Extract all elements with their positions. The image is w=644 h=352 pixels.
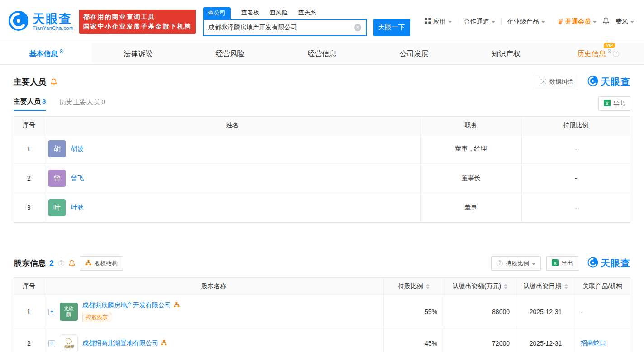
shareholders-table: 序号 股东名称 持股比例 认缴出资额(万元) 认缴出资日期 关联产品/机构 1 — [14, 277, 630, 352]
tab-operating-risk[interactable]: 经营风险 — [184, 43, 276, 64]
divider — [501, 19, 502, 25]
shareholder-name-link[interactable]: 成都兆欣麟房地产开发有限公司 — [82, 301, 171, 309]
search-tabs: 查公司 查老板 查风险 查关系 — [203, 7, 410, 19]
edit-document-icon — [540, 78, 547, 86]
tianyancha-watermark: 天眼查 — [587, 76, 630, 88]
member-position: 董事 — [420, 193, 521, 222]
member-name-link[interactable]: 曾飞 — [71, 174, 84, 182]
member-name-link[interactable]: 胡波 — [71, 145, 84, 153]
search-tab-risk[interactable]: 查风险 — [270, 9, 288, 19]
nav-open-vip[interactable]: 开通会员 — [557, 18, 597, 26]
promo-banner: 都在用的商业查询工具 国家中小企业发展子基金旗下机构 — [79, 10, 196, 34]
section-title-shareholders: 股东信息 — [14, 258, 46, 269]
export-button[interactable]: X 导出 — [546, 256, 578, 271]
tab-legal[interactable]: 法律诉讼 — [92, 43, 184, 64]
members-table-header: 序号 姓名 职务 持股比例 — [14, 117, 630, 134]
table-row: 1 兆欣 麟 成都兆欣麟房地产开发有限公司 控股 — [14, 295, 630, 328]
row-no: 1 — [14, 295, 44, 328]
search-input[interactable] — [208, 24, 354, 31]
tianyancha-logo[interactable]: 天眼查 TianYanCha.com — [8, 10, 74, 33]
tianyancha-swirl-icon — [8, 10, 29, 33]
col-header-shareholder-name: 股东名称 — [44, 278, 383, 295]
member-position: 董事，经理 — [420, 134, 521, 163]
tab-operating-info[interactable]: 经营信息 — [276, 43, 368, 64]
promo-banner-line1: 都在用的商业查询工具 — [83, 12, 192, 22]
row-no: 3 — [14, 193, 44, 222]
member-name-link[interactable]: 叶耿 — [71, 204, 84, 212]
table-row: 1 胡 胡波 董事，经理 - — [14, 134, 630, 164]
row-no: 2 — [14, 164, 44, 193]
equity-structure-button[interactable]: 股权结构 — [80, 256, 123, 271]
avatar: 曾 — [48, 170, 66, 187]
main-content: 主要人员 数据纠错 天眼查 — [0, 75, 644, 352]
member-ratio: - — [521, 134, 630, 163]
tab-basic-info[interactable]: 基本信息8 — [0, 43, 92, 64]
promo-banner-line2: 国家中小企业发展子基金旗下机构 — [83, 22, 192, 31]
shareholders-table-header: 序号 股东名称 持股比例 认缴出资额(万元) 认缴出资日期 关联产品/机构 — [14, 278, 630, 295]
shareholders-count: 2 — [49, 259, 54, 268]
controlling-shareholder-tag: 控股股东 — [82, 313, 111, 322]
tab-intellectual-property[interactable]: 知识产权 — [460, 43, 552, 64]
subscribed-amount: 72000 — [444, 328, 516, 352]
member-ratio: - — [521, 164, 630, 193]
shareholders-section: 股东信息 2 股权结构 持股比例 X — [14, 256, 630, 352]
nav-enterprise-products[interactable]: 企业级产品 — [507, 18, 545, 26]
tab-history-info[interactable]: 历史信息 VIP 3 — [552, 43, 644, 64]
subscribe-bell-icon[interactable] — [50, 78, 57, 86]
member-ratio: - — [521, 193, 630, 222]
col-header-amount-sort[interactable]: 认缴出资额(万元) — [444, 278, 516, 295]
tianyancha-swirl-icon — [587, 76, 598, 88]
svg-text:X: X — [606, 101, 608, 106]
sort-icon — [564, 284, 568, 289]
tab-company-development[interactable]: 公司发展 — [368, 43, 460, 64]
equity-structure-mini-icon[interactable] — [174, 302, 180, 309]
brand-domain: TianYanCha.com — [33, 25, 74, 31]
export-button[interactable]: X 导出 — [598, 96, 630, 111]
subscribed-date: 2025-12-31 — [516, 295, 575, 328]
equity-structure-mini-icon[interactable] — [161, 340, 167, 347]
col-header-name: 姓名 — [44, 117, 420, 134]
table-row: 2 招商局 成都招商北湖置地有限公司 45% 72000 — [14, 328, 630, 352]
col-header-date-sort[interactable]: 认缴出资日期 — [516, 278, 575, 295]
svg-text:X: X — [554, 261, 556, 266]
nav-cooperation[interactable]: 合作通道 — [464, 18, 495, 26]
data-correction-button[interactable]: 数据纠错 — [535, 75, 578, 89]
col-header-ratio-sort[interactable]: 持股比例 — [383, 278, 444, 295]
row-no: 1 — [14, 134, 44, 163]
search-tab-relation[interactable]: 查关系 — [298, 9, 316, 19]
nav-user-account[interactable]: 费米 — [616, 18, 634, 26]
chevron-down-icon — [593, 21, 597, 23]
avatar: 叶 — [48, 199, 66, 216]
col-header-position: 职务 — [420, 117, 521, 134]
members-table: 序号 姓名 职务 持股比例 1 胡 胡波 董事，经理 - 2 曾 曾飞 — [14, 116, 630, 223]
expand-button[interactable] — [48, 309, 55, 315]
key-members-section: 主要人员 数据纠错 天眼查 — [14, 75, 630, 223]
avatar: 胡 — [48, 140, 66, 157]
table-row: 3 叶 叶耿 董事 - — [14, 193, 630, 222]
member-position: 董事长 — [420, 164, 521, 193]
search-button[interactable]: 天眼一下 — [373, 19, 410, 36]
subtab-current-members[interactable]: 主要人员3 — [14, 97, 46, 111]
search-tab-boss[interactable]: 查老板 — [242, 9, 259, 19]
clear-search-icon[interactable] — [354, 24, 361, 31]
apps-grid-icon — [425, 18, 431, 25]
top-header: 天眼查 TianYanCha.com 都在用的商业查询工具 国家中小企业发展子基… — [0, 0, 644, 43]
search-tab-company[interactable]: 查公司 — [203, 7, 231, 19]
bell-icon — [602, 17, 610, 26]
help-icon[interactable] — [58, 260, 64, 266]
chevron-down-icon — [541, 21, 545, 23]
company-emblem-icon — [66, 338, 72, 344]
help-icon[interactable] — [613, 51, 619, 57]
nav-apps[interactable]: 应用 — [425, 18, 452, 26]
related-product-link[interactable]: 招商蛇口 — [581, 339, 606, 347]
ratio-filter-dropdown[interactable]: 持股比例 — [491, 256, 541, 271]
subscribe-bell-icon[interactable] — [68, 260, 76, 267]
shareholder-name-link[interactable]: 成都招商北湖置地有限公司 — [82, 339, 158, 347]
nav-notifications[interactable] — [602, 17, 610, 26]
subtab-history-members[interactable]: 历史主要人员0 — [59, 98, 105, 111]
tianyancha-swirl-icon — [587, 257, 598, 270]
expand-button[interactable] — [48, 340, 55, 347]
company-tab-bar: 基本信息8 法律诉讼 经营风险 经营信息 公司发展 知识产权 历史信息 VIP … — [0, 43, 644, 65]
row-no: 2 — [14, 328, 44, 352]
col-header-related: 关联产品/机构 — [575, 278, 630, 295]
